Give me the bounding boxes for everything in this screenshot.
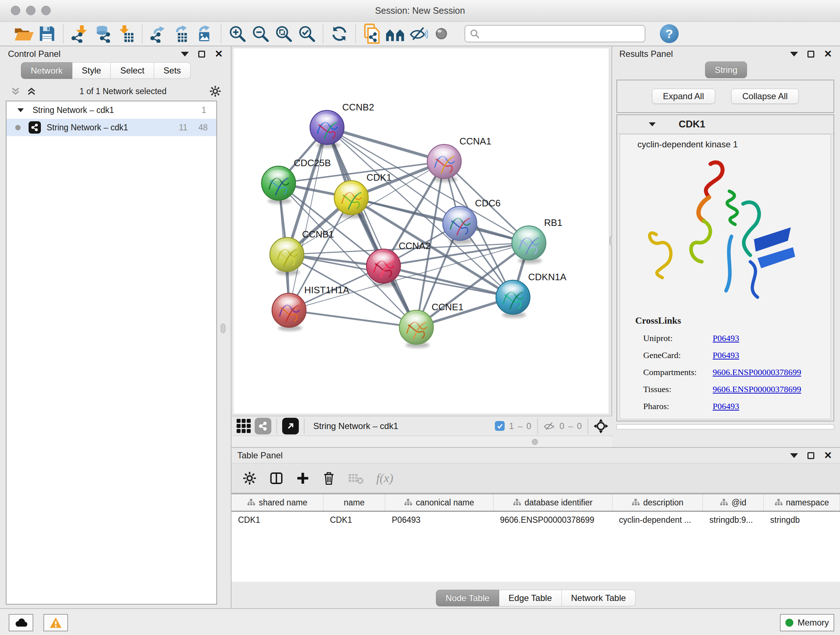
cell-shared-name[interactable]: CDK1	[232, 515, 324, 525]
network-table-splitter[interactable]	[232, 436, 612, 447]
panel-menu-icon[interactable]	[790, 52, 798, 57]
import-table-button[interactable]	[114, 23, 137, 44]
column-header-database-identifier[interactable]: database identifier	[493, 494, 613, 511]
protein-header[interactable]: CDK1	[617, 115, 834, 134]
column-header-description[interactable]: description	[613, 494, 703, 511]
close-panel-icon[interactable]: ✕	[215, 49, 223, 59]
import-network-button[interactable]	[68, 23, 91, 44]
table-panel: Table Panel ✕ f(x)	[232, 447, 840, 608]
cell-canonical-name[interactable]: P06493	[385, 515, 493, 525]
edge-CCNB2-CCNA1[interactable]	[327, 127, 444, 162]
column-header-namespace[interactable]: namespace	[764, 494, 840, 511]
tab-string[interactable]: String	[705, 62, 747, 78]
tab-sets[interactable]: Sets	[154, 62, 191, 79]
zoom-out-button[interactable]	[249, 23, 272, 44]
tab-select[interactable]: Select	[111, 62, 154, 79]
memory-button[interactable]: Memory	[780, 614, 834, 631]
toolbar-separator	[221, 24, 221, 43]
search-input[interactable]	[464, 25, 645, 42]
column-header-shared-name[interactable]: shared name	[232, 494, 324, 511]
protein-description: cyclin-dependent kinase 1	[638, 139, 738, 149]
export-table-button[interactable]	[170, 23, 193, 44]
delete-column-icon[interactable]	[322, 471, 336, 486]
tab-style[interactable]: Style	[73, 62, 111, 79]
column-header-@id[interactable]: @id	[703, 494, 764, 511]
expand-all-button[interactable]: Expand All	[652, 89, 715, 104]
selected-checkbox-icon[interactable]	[495, 421, 505, 431]
node-CDKN1A[interactable]: CDKN1A	[496, 272, 567, 318]
help-button[interactable]: ?	[660, 24, 679, 43]
crosslink-link[interactable]: 9606.ENSP00000378699	[713, 385, 801, 394]
collapse-all-chevron-icon[interactable]	[10, 86, 21, 97]
export-image-button[interactable]	[193, 23, 216, 44]
collapse-all-button[interactable]: Collapse All	[731, 89, 799, 104]
node-CCNB1[interactable]: CCNB1	[270, 229, 334, 275]
column-type-icon	[720, 499, 728, 507]
crosslink-link[interactable]: P06493	[713, 333, 739, 343]
table-row[interactable]: CDK1CDK1P064939606.ENSP00000378699cyclin…	[232, 511, 840, 528]
tab-network-table[interactable]: Network Table	[562, 590, 636, 606]
column-header-name[interactable]: name	[324, 494, 385, 511]
expand-all-chevron-icon[interactable]	[26, 86, 37, 97]
birds-eye-view-button[interactable]	[235, 418, 252, 434]
collapse-section-icon[interactable]	[649, 122, 656, 126]
open-session-button[interactable]	[12, 23, 35, 44]
left-splitter-handle[interactable]	[221, 324, 225, 333]
string-network-graph[interactable]: CCNB2CCNA1CDC25BCDK1CDC6RB1CCNB1CCNA2CDK…	[233, 48, 609, 415]
save-session-button[interactable]	[35, 23, 58, 44]
float-panel-icon[interactable]	[807, 452, 814, 459]
cloud-button[interactable]	[9, 614, 33, 631]
network-options-gear-icon[interactable]	[209, 85, 221, 97]
cell-description[interactable]: cyclin-dependent ...	[613, 515, 703, 525]
close-panel-icon[interactable]: ✕	[824, 451, 832, 461]
add-column-icon[interactable]	[296, 471, 309, 485]
edge-HIST1H1A-CCNE1[interactable]	[289, 310, 416, 327]
node-HIST1H1A[interactable]: HIST1H1A	[272, 285, 349, 331]
show-all-button[interactable]	[430, 23, 453, 44]
open-in-new-window-button[interactable]	[282, 418, 299, 434]
edge-CCNB2-CCNE1[interactable]	[327, 127, 416, 327]
node-CDK1[interactable]: CDK1	[334, 172, 392, 218]
network-row[interactable]: String Network – cdk1 11 48	[6, 119, 216, 136]
network-canvas[interactable]: CCNB2CCNA1CDC25BCDK1CDC6RB1CCNB1CCNA2CDK…	[233, 48, 609, 414]
hide-selected-button[interactable]	[407, 23, 430, 44]
crosslink-link[interactable]: 9606.ENSP00000378699	[713, 367, 801, 377]
node-RB1[interactable]: RB1	[512, 217, 562, 264]
edge-CCNB2-HIST1H1A[interactable]	[289, 127, 327, 310]
node-CCNE1[interactable]: CCNE1	[399, 302, 463, 348]
tab-edge-table[interactable]: Edge Table	[499, 590, 562, 606]
float-panel-icon[interactable]	[198, 51, 205, 57]
crosslink-row: Uniprot:P06493	[643, 330, 824, 347]
reset-zoom-crosshair-icon[interactable]	[593, 418, 608, 434]
float-panel-icon[interactable]	[807, 51, 814, 57]
cell-database-identifier[interactable]: 9606.ENSP00000378699	[493, 515, 613, 525]
crosslink-link[interactable]: P06493	[713, 402, 739, 411]
zoom-selected-button[interactable]	[295, 23, 318, 44]
zoom-in-button[interactable]	[226, 23, 249, 44]
splitter-dot[interactable]	[532, 439, 538, 445]
tab-node-table[interactable]: Node Table	[436, 590, 499, 606]
close-panel-icon[interactable]: ✕	[824, 49, 832, 59]
panel-menu-icon[interactable]	[790, 453, 798, 458]
crosslink-link[interactable]: P06493	[713, 350, 739, 360]
tab-network[interactable]: Network	[21, 62, 73, 79]
clone-network-button[interactable]	[360, 23, 384, 44]
cell-name[interactable]: CDK1	[324, 515, 385, 525]
warnings-button[interactable]	[43, 614, 68, 631]
panel-menu-icon[interactable]	[181, 52, 189, 57]
show-columns-icon[interactable]	[269, 471, 284, 486]
string-panel-button[interactable]	[255, 418, 271, 434]
delete-table-icon	[348, 472, 364, 485]
export-network-button[interactable]	[147, 23, 170, 44]
import-database-button[interactable]	[91, 23, 114, 44]
first-neighbors-button[interactable]	[384, 23, 407, 44]
column-header-canonical-name[interactable]: canonical name	[385, 494, 493, 511]
refresh-layout-button[interactable]	[328, 23, 351, 44]
zoom-fit-button[interactable]	[272, 23, 295, 44]
node-CDC6[interactable]: CDC6	[443, 198, 501, 244]
table-options-gear-icon[interactable]	[242, 471, 257, 486]
cell-@id[interactable]: stringdb:9...	[703, 515, 764, 525]
network-collection-row[interactable]: String Network – cdk1 1	[6, 101, 216, 119]
collection-expand-icon[interactable]	[17, 108, 24, 112]
cell-namespace[interactable]: stringdb	[764, 515, 840, 525]
